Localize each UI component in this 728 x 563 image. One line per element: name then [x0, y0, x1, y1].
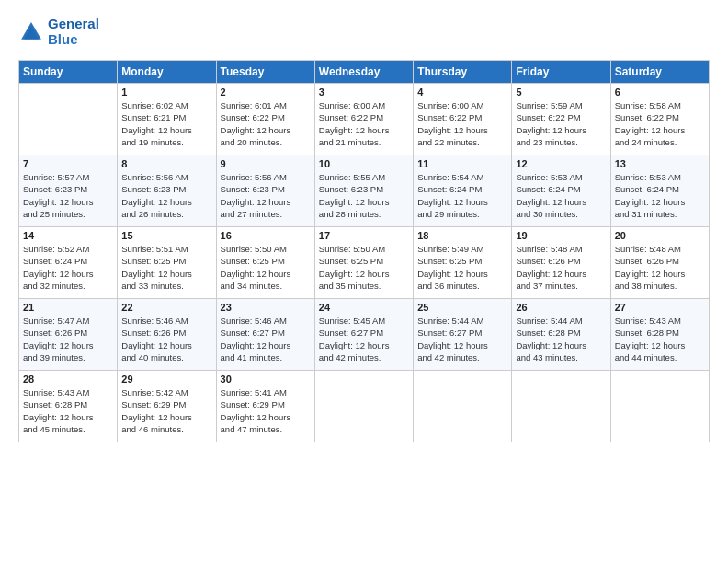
- day-info: Sunrise: 6:00 AM Sunset: 6:22 PM Dayligh…: [319, 99, 409, 148]
- calendar-cell: 27Sunrise: 5:43 AM Sunset: 6:28 PM Dayli…: [610, 299, 709, 371]
- header: General Blue: [18, 17, 710, 47]
- calendar-cell: 18Sunrise: 5:49 AM Sunset: 6:25 PM Dayli…: [414, 227, 512, 299]
- week-row-3: 21Sunrise: 5:47 AM Sunset: 6:26 PM Dayli…: [19, 299, 710, 371]
- day-info: Sunrise: 5:53 AM Sunset: 6:24 PM Dayligh…: [516, 171, 606, 220]
- calendar-cell: 21Sunrise: 5:47 AM Sunset: 6:26 PM Dayli…: [19, 299, 118, 371]
- day-number: 24: [319, 302, 409, 313]
- day-header-sunday: Sunday: [19, 61, 118, 84]
- calendar-cell: 30Sunrise: 5:41 AM Sunset: 6:29 PM Dayli…: [216, 371, 314, 442]
- day-number: 27: [615, 302, 705, 313]
- day-info: Sunrise: 5:59 AM Sunset: 6:22 PM Dayligh…: [516, 99, 606, 148]
- calendar-cell: 6Sunrise: 5:58 AM Sunset: 6:22 PM Daylig…: [610, 84, 709, 155]
- day-number: 2: [221, 86, 311, 98]
- day-header-monday: Monday: [118, 61, 216, 84]
- day-number: 4: [417, 86, 507, 98]
- day-info: Sunrise: 5:56 AM Sunset: 6:23 PM Dayligh…: [221, 171, 311, 220]
- day-number: 6: [615, 86, 705, 98]
- day-number: 23: [221, 302, 311, 313]
- day-number: 26: [516, 302, 606, 313]
- calendar-cell: [314, 371, 413, 442]
- day-info: Sunrise: 5:42 AM Sunset: 6:29 PM Dayligh…: [121, 386, 211, 435]
- day-header-wednesday: Wednesday: [314, 61, 413, 84]
- day-number: 1: [121, 86, 211, 98]
- calendar-cell: 28Sunrise: 5:43 AM Sunset: 6:28 PM Dayli…: [19, 371, 118, 442]
- calendar-cell: 17Sunrise: 5:50 AM Sunset: 6:25 PM Dayli…: [314, 227, 413, 299]
- day-number: 19: [516, 230, 606, 241]
- calendar-cell: 29Sunrise: 5:42 AM Sunset: 6:29 PM Dayli…: [118, 371, 216, 442]
- day-info: Sunrise: 5:43 AM Sunset: 6:28 PM Dayligh…: [615, 315, 705, 363]
- day-info: Sunrise: 5:57 AM Sunset: 6:23 PM Dayligh…: [23, 171, 113, 220]
- day-number: 18: [417, 230, 507, 241]
- day-info: Sunrise: 5:46 AM Sunset: 6:26 PM Dayligh…: [121, 315, 211, 363]
- calendar-cell: 1Sunrise: 6:02 AM Sunset: 6:21 PM Daylig…: [118, 84, 216, 155]
- calendar-cell: 20Sunrise: 5:48 AM Sunset: 6:26 PM Dayli…: [610, 227, 709, 299]
- day-info: Sunrise: 5:56 AM Sunset: 6:23 PM Dayligh…: [121, 171, 211, 220]
- day-number: 16: [221, 230, 311, 241]
- day-number: 22: [121, 302, 211, 313]
- calendar-cell: 12Sunrise: 5:53 AM Sunset: 6:24 PM Dayli…: [512, 155, 610, 227]
- day-number: 17: [319, 230, 409, 241]
- day-info: Sunrise: 5:47 AM Sunset: 6:26 PM Dayligh…: [23, 315, 113, 363]
- day-info: Sunrise: 5:43 AM Sunset: 6:28 PM Dayligh…: [23, 386, 113, 435]
- day-info: Sunrise: 5:41 AM Sunset: 6:29 PM Dayligh…: [221, 386, 311, 435]
- day-info: Sunrise: 6:02 AM Sunset: 6:21 PM Dayligh…: [121, 99, 211, 148]
- day-number: 29: [121, 373, 211, 385]
- week-row-4: 28Sunrise: 5:43 AM Sunset: 6:28 PM Dayli…: [19, 371, 710, 442]
- day-info: Sunrise: 5:55 AM Sunset: 6:23 PM Dayligh…: [319, 171, 409, 220]
- day-info: Sunrise: 5:48 AM Sunset: 6:26 PM Dayligh…: [615, 243, 705, 292]
- calendar-cell: 3Sunrise: 6:00 AM Sunset: 6:22 PM Daylig…: [314, 84, 413, 155]
- day-number: 14: [23, 230, 113, 241]
- day-number: 5: [516, 86, 606, 98]
- day-info: Sunrise: 5:48 AM Sunset: 6:26 PM Dayligh…: [516, 243, 606, 292]
- day-info: Sunrise: 5:51 AM Sunset: 6:25 PM Dayligh…: [121, 243, 211, 292]
- day-info: Sunrise: 5:50 AM Sunset: 6:25 PM Dayligh…: [319, 243, 409, 292]
- day-info: Sunrise: 5:58 AM Sunset: 6:22 PM Dayligh…: [615, 99, 705, 148]
- day-number: 9: [221, 158, 311, 169]
- calendar-cell: 8Sunrise: 5:56 AM Sunset: 6:23 PM Daylig…: [118, 155, 216, 227]
- day-header-friday: Friday: [512, 61, 610, 84]
- page: General Blue SundayMondayTuesdayWednesda…: [0, 0, 728, 563]
- calendar-cell: 7Sunrise: 5:57 AM Sunset: 6:23 PM Daylig…: [19, 155, 118, 227]
- day-number: 3: [319, 86, 409, 98]
- calendar-cell: 9Sunrise: 5:56 AM Sunset: 6:23 PM Daylig…: [216, 155, 314, 227]
- calendar-cell: 23Sunrise: 5:46 AM Sunset: 6:27 PM Dayli…: [216, 299, 314, 371]
- day-info: Sunrise: 5:49 AM Sunset: 6:25 PM Dayligh…: [417, 243, 507, 292]
- logo-icon: [18, 19, 44, 45]
- day-number: 25: [417, 302, 507, 313]
- day-info: Sunrise: 5:46 AM Sunset: 6:27 PM Dayligh…: [221, 315, 311, 363]
- week-row-0: 1Sunrise: 6:02 AM Sunset: 6:21 PM Daylig…: [19, 84, 710, 155]
- day-number: 11: [417, 158, 507, 169]
- calendar-cell: 26Sunrise: 5:44 AM Sunset: 6:28 PM Dayli…: [512, 299, 610, 371]
- day-number: 28: [23, 373, 113, 385]
- calendar-cell: 25Sunrise: 5:44 AM Sunset: 6:27 PM Dayli…: [414, 299, 512, 371]
- calendar-cell: 14Sunrise: 5:52 AM Sunset: 6:24 PM Dayli…: [19, 227, 118, 299]
- week-row-2: 14Sunrise: 5:52 AM Sunset: 6:24 PM Dayli…: [19, 227, 710, 299]
- calendar-cell: 2Sunrise: 6:01 AM Sunset: 6:22 PM Daylig…: [216, 84, 314, 155]
- day-info: Sunrise: 5:44 AM Sunset: 6:28 PM Dayligh…: [516, 315, 606, 363]
- day-info: Sunrise: 5:50 AM Sunset: 6:25 PM Dayligh…: [221, 243, 311, 292]
- week-row-1: 7Sunrise: 5:57 AM Sunset: 6:23 PM Daylig…: [19, 155, 710, 227]
- calendar-cell: 4Sunrise: 6:00 AM Sunset: 6:22 PM Daylig…: [414, 84, 512, 155]
- day-info: Sunrise: 5:54 AM Sunset: 6:24 PM Dayligh…: [417, 171, 507, 220]
- calendar-cell: 22Sunrise: 5:46 AM Sunset: 6:26 PM Dayli…: [118, 299, 216, 371]
- logo-text: General Blue: [48, 17, 99, 47]
- day-number: 7: [23, 158, 113, 169]
- calendar-table: SundayMondayTuesdayWednesdayThursdayFrid…: [18, 60, 710, 442]
- day-header-saturday: Saturday: [610, 61, 709, 84]
- day-header-tuesday: Tuesday: [216, 61, 314, 84]
- logo: General Blue: [18, 17, 99, 47]
- calendar-cell: 10Sunrise: 5:55 AM Sunset: 6:23 PM Dayli…: [314, 155, 413, 227]
- day-number: 15: [121, 230, 211, 241]
- calendar-header-row: SundayMondayTuesdayWednesdayThursdayFrid…: [19, 61, 710, 84]
- calendar-cell: 5Sunrise: 5:59 AM Sunset: 6:22 PM Daylig…: [512, 84, 610, 155]
- calendar-cell: 11Sunrise: 5:54 AM Sunset: 6:24 PM Dayli…: [414, 155, 512, 227]
- day-number: 10: [319, 158, 409, 169]
- day-info: Sunrise: 6:01 AM Sunset: 6:22 PM Dayligh…: [221, 99, 311, 148]
- calendar-cell: 15Sunrise: 5:51 AM Sunset: 6:25 PM Dayli…: [118, 227, 216, 299]
- calendar-cell: 19Sunrise: 5:48 AM Sunset: 6:26 PM Dayli…: [512, 227, 610, 299]
- calendar-cell: 24Sunrise: 5:45 AM Sunset: 6:27 PM Dayli…: [314, 299, 413, 371]
- calendar-cell: [512, 371, 610, 442]
- calendar-cell: [610, 371, 709, 442]
- day-number: 30: [221, 373, 311, 385]
- day-number: 20: [615, 230, 705, 241]
